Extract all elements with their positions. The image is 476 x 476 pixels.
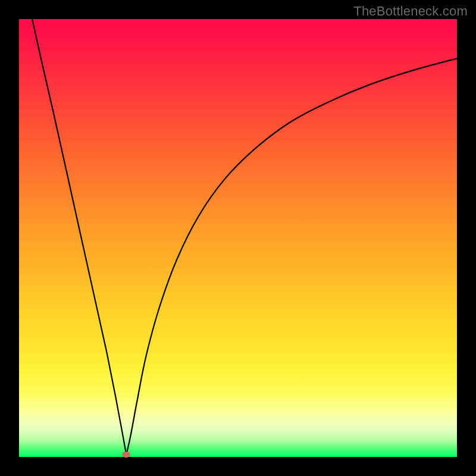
curve-left-branch [32, 19, 126, 455]
minimum-marker [123, 452, 130, 458]
plot-area [19, 19, 457, 457]
bottleneck-curve [19, 19, 457, 457]
curve-right-branch [126, 58, 457, 455]
chart-frame: TheBottleneck.com [0, 0, 476, 476]
attribution-text: TheBottleneck.com [353, 4, 468, 19]
